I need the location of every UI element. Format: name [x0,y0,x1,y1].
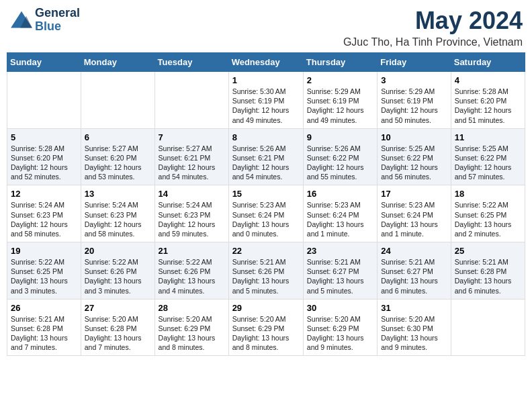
calendar-cell: 27Sunrise: 5:20 AMSunset: 6:28 PMDayligh… [81,299,154,356]
day-number: 26 [11,303,77,313]
weekday-header-saturday: Saturday [451,53,525,72]
day-info: Sunrise: 5:28 AMSunset: 6:20 PMDaylight:… [11,144,77,182]
calendar-cell: 20Sunrise: 5:22 AMSunset: 6:26 PMDayligh… [81,242,154,300]
day-info: Sunrise: 5:25 AMSunset: 6:22 PMDaylight:… [455,144,521,182]
day-number: 16 [307,189,373,199]
day-info: Sunrise: 5:29 AMSunset: 6:19 PMDaylight:… [381,87,447,125]
day-number: 8 [232,132,300,142]
calendar-cell: 10Sunrise: 5:25 AMSunset: 6:22 PMDayligh… [378,128,451,185]
calendar-cell: 15Sunrise: 5:23 AMSunset: 6:24 PMDayligh… [228,185,303,242]
calendar-cell: 13Sunrise: 5:24 AMSunset: 6:23 PMDayligh… [81,185,154,242]
calendar-week-3: 12Sunrise: 5:24 AMSunset: 6:23 PMDayligh… [7,185,525,242]
day-number: 20 [85,246,151,256]
day-info: Sunrise: 5:22 AMSunset: 6:26 PMDaylight:… [85,257,151,295]
page-header: General Blue May 2024 GJuc Tho, Ha Tinh … [7,7,525,48]
day-info: Sunrise: 5:26 AMSunset: 6:21 PMDaylight:… [232,144,300,182]
day-number: 17 [381,189,447,199]
day-info: Sunrise: 5:27 AMSunset: 6:21 PMDaylight:… [159,144,225,182]
day-number: 27 [85,303,151,313]
calendar-cell [81,72,154,129]
day-info: Sunrise: 5:22 AMSunset: 6:25 PMDaylight:… [11,257,77,295]
day-number: 2 [307,75,373,85]
calendar-cell: 18Sunrise: 5:22 AMSunset: 6:25 PMDayligh… [451,185,525,242]
calendar-cell: 9Sunrise: 5:26 AMSunset: 6:22 PMDaylight… [303,128,377,185]
day-info: Sunrise: 5:20 AMSunset: 6:29 PMDaylight:… [232,314,300,353]
day-number: 19 [11,246,77,256]
day-number: 5 [11,132,77,142]
calendar-cell: 8Sunrise: 5:26 AMSunset: 6:21 PMDaylight… [228,128,303,185]
weekday-header-friday: Friday [378,53,451,72]
day-number: 31 [381,303,447,313]
day-number: 22 [232,246,300,256]
day-info: Sunrise: 5:20 AMSunset: 6:30 PMDaylight:… [381,314,447,353]
day-info: Sunrise: 5:23 AMSunset: 6:24 PMDaylight:… [232,200,300,238]
day-number: 10 [381,132,447,142]
day-info: Sunrise: 5:26 AMSunset: 6:22 PMDaylight:… [307,144,373,182]
day-info: Sunrise: 5:23 AMSunset: 6:24 PMDaylight:… [307,200,373,238]
day-info: Sunrise: 5:21 AMSunset: 6:27 PMDaylight:… [307,257,373,295]
calendar-cell: 23Sunrise: 5:21 AMSunset: 6:27 PMDayligh… [303,242,377,300]
day-number: 18 [455,189,521,199]
calendar-week-4: 19Sunrise: 5:22 AMSunset: 6:25 PMDayligh… [7,242,525,300]
day-number: 4 [455,75,521,85]
day-info: Sunrise: 5:24 AMSunset: 6:23 PMDaylight:… [85,200,151,238]
calendar-cell: 2Sunrise: 5:29 AMSunset: 6:19 PMDaylight… [303,72,377,129]
main-title: May 2024 [343,7,523,35]
weekday-header-row: SundayMondayTuesdayWednesdayThursdayFrid… [7,53,525,72]
day-info: Sunrise: 5:21 AMSunset: 6:28 PMDaylight:… [455,257,521,295]
day-info: Sunrise: 5:21 AMSunset: 6:28 PMDaylight:… [11,314,77,353]
calendar-cell: 30Sunrise: 5:20 AMSunset: 6:29 PMDayligh… [303,299,377,356]
calendar-cell: 24Sunrise: 5:21 AMSunset: 6:27 PMDayligh… [378,242,451,300]
subtitle: GJuc Tho, Ha Tinh Province, Vietnam [343,36,523,48]
day-info: Sunrise: 5:20 AMSunset: 6:29 PMDaylight:… [307,314,373,353]
day-number: 6 [85,132,151,142]
calendar-cell: 14Sunrise: 5:24 AMSunset: 6:23 PMDayligh… [154,185,228,242]
day-number: 25 [455,246,521,256]
calendar-cell: 22Sunrise: 5:21 AMSunset: 6:26 PMDayligh… [228,242,303,300]
day-info: Sunrise: 5:20 AMSunset: 6:28 PMDaylight:… [85,314,151,353]
calendar-cell [451,299,525,356]
day-info: Sunrise: 5:30 AMSunset: 6:19 PMDaylight:… [232,87,300,125]
day-number: 30 [307,303,373,313]
weekday-header-wednesday: Wednesday [228,53,303,72]
day-number: 1 [232,75,300,85]
calendar-cell: 11Sunrise: 5:25 AMSunset: 6:22 PMDayligh… [451,128,525,185]
logo-line2: Blue [35,20,80,34]
day-info: Sunrise: 5:27 AMSunset: 6:20 PMDaylight:… [85,144,151,182]
logo: General Blue [9,7,80,34]
day-info: Sunrise: 5:22 AMSunset: 6:26 PMDaylight:… [159,257,225,295]
day-number: 29 [232,303,300,313]
calendar-cell: 26Sunrise: 5:21 AMSunset: 6:28 PMDayligh… [7,299,81,356]
calendar-cell: 17Sunrise: 5:23 AMSunset: 6:24 PMDayligh… [378,185,451,242]
logo-icon [9,10,34,30]
day-number: 15 [232,189,300,199]
day-number: 3 [381,75,447,85]
day-number: 13 [85,189,151,199]
day-info: Sunrise: 5:20 AMSunset: 6:29 PMDaylight:… [159,314,225,353]
calendar-table: SundayMondayTuesdayWednesdayThursdayFrid… [7,52,525,356]
day-number: 11 [455,132,521,142]
calendar-cell: 6Sunrise: 5:27 AMSunset: 6:20 PMDaylight… [81,128,154,185]
calendar-week-1: 1Sunrise: 5:30 AMSunset: 6:19 PMDaylight… [7,72,525,129]
calendar-cell: 16Sunrise: 5:23 AMSunset: 6:24 PMDayligh… [303,185,377,242]
day-number: 12 [11,189,77,199]
day-info: Sunrise: 5:21 AMSunset: 6:26 PMDaylight:… [232,257,300,295]
weekday-header-sunday: Sunday [7,53,81,72]
calendar-cell: 4Sunrise: 5:28 AMSunset: 6:20 PMDaylight… [451,72,525,129]
day-info: Sunrise: 5:29 AMSunset: 6:19 PMDaylight:… [307,87,373,125]
day-number: 7 [159,132,225,142]
logo-line1: General [35,7,80,20]
day-info: Sunrise: 5:25 AMSunset: 6:22 PMDaylight:… [381,144,447,182]
day-info: Sunrise: 5:28 AMSunset: 6:20 PMDaylight:… [455,87,521,125]
calendar-cell: 5Sunrise: 5:28 AMSunset: 6:20 PMDaylight… [7,128,81,185]
calendar-cell [7,72,81,129]
day-number: 14 [159,189,225,199]
day-number: 23 [307,246,373,256]
day-number: 9 [307,132,373,142]
calendar-week-2: 5Sunrise: 5:28 AMSunset: 6:20 PMDaylight… [7,128,525,185]
day-number: 24 [381,246,447,256]
calendar-cell: 21Sunrise: 5:22 AMSunset: 6:26 PMDayligh… [154,242,228,300]
day-number: 21 [159,246,225,256]
calendar-cell: 25Sunrise: 5:21 AMSunset: 6:28 PMDayligh… [451,242,525,300]
logo-text: General Blue [35,7,80,34]
